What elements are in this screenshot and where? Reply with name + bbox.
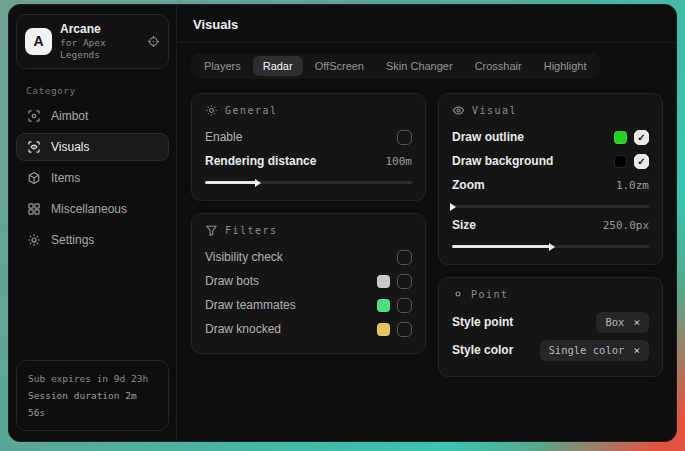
grid-icon — [27, 202, 41, 216]
visibility-check-checkbox[interactable] — [397, 250, 412, 265]
sun-icon — [205, 104, 218, 117]
style-color-chip[interactable]: Single color × — [540, 340, 649, 361]
draw-teammates-checkbox[interactable] — [397, 298, 412, 313]
setting-label: Zoom — [452, 178, 485, 192]
sidebar-item-settings[interactable]: Settings — [16, 226, 169, 254]
bots-color-swatch[interactable] — [377, 275, 390, 288]
setting-row-style-point: Style point Box × — [452, 309, 649, 335]
tab-crosshair[interactable]: Crosshair — [465, 56, 532, 76]
setting-row-zoom: Zoom 1.0zm — [452, 174, 649, 196]
main-header: Visuals — [177, 5, 676, 43]
brand-card: A Arcane for Apex Legends — [16, 14, 169, 69]
setting-row-draw-outline: Draw outline ✓ — [452, 126, 649, 148]
sidebar-item-visuals[interactable]: Visuals — [16, 133, 169, 161]
slider-thumb[interactable] — [255, 179, 261, 187]
dot-icon — [452, 288, 464, 300]
target-icon[interactable] — [147, 35, 160, 48]
setting-label: Draw background — [452, 154, 553, 168]
setting-row-enable: Enable — [205, 126, 412, 148]
setting-label: Style point — [452, 315, 513, 329]
tab-radar[interactable]: Radar — [253, 56, 303, 76]
gear-icon — [27, 233, 41, 247]
eye-icon — [452, 104, 465, 117]
sidebar-item-label: Items — [51, 171, 80, 185]
sidebar-item-miscellaneous[interactable]: Miscellaneous — [16, 195, 169, 223]
panel-title: General — [225, 105, 278, 116]
page-title: Visuals — [193, 17, 660, 32]
tab-bar: Players Radar OffScreen Skin Changer Cro… — [191, 53, 600, 79]
crosshair-icon — [27, 109, 41, 123]
draw-background-checkbox[interactable]: ✓ — [634, 154, 649, 169]
rendering-distance-slider[interactable] — [205, 181, 412, 184]
funnel-icon — [205, 224, 218, 237]
app-subtitle: for Apex Legends — [60, 37, 139, 61]
setting-row-visibility-check: Visibility check — [205, 246, 412, 268]
setting-label: Draw teammates — [205, 298, 296, 312]
setting-label: Draw outline — [452, 130, 524, 144]
background-color-swatch[interactable] — [614, 155, 627, 168]
size-value: 250.0px — [603, 219, 649, 232]
setting-label: Enable — [205, 130, 242, 144]
setting-row-draw-bots: Draw bots — [205, 270, 412, 292]
sidebar-item-label: Aimbot — [51, 109, 88, 123]
enable-checkbox[interactable] — [397, 130, 412, 145]
outline-color-swatch[interactable] — [614, 131, 627, 144]
panel-general: General Enable Rendering distance 100m — [191, 93, 426, 201]
chip-value: Box — [605, 316, 624, 328]
app-window: A Arcane for Apex Legends Category — [8, 4, 677, 442]
size-slider[interactable] — [452, 245, 649, 248]
setting-row-draw-teammates: Draw teammates — [205, 294, 412, 316]
chip-value: Single color — [549, 344, 625, 356]
setting-label: Visibility check — [205, 250, 283, 264]
draw-knocked-checkbox[interactable] — [397, 322, 412, 337]
main-area: Visuals Players Radar OffScreen Skin Cha… — [177, 5, 676, 441]
close-icon[interactable]: × — [633, 344, 640, 357]
draw-outline-checkbox[interactable]: ✓ — [634, 130, 649, 145]
sidebar-item-label: Settings — [51, 233, 94, 247]
sidebar-item-items[interactable]: Items — [16, 164, 169, 192]
category-label: Category — [26, 85, 169, 96]
teammates-color-swatch[interactable] — [377, 299, 390, 312]
panel-title: Point — [471, 289, 509, 300]
sidebar: A Arcane for Apex Legends Category — [9, 5, 177, 441]
zoom-slider[interactable] — [452, 205, 649, 208]
zoom-value: 1.0zm — [616, 179, 649, 192]
cube-icon — [27, 171, 41, 185]
sidebar-item-label: Visuals — [51, 140, 89, 154]
setting-row-style-color: Style color Single color × — [452, 337, 649, 363]
tab-highlight[interactable]: Highlight — [534, 56, 597, 76]
app-logo: A — [25, 28, 52, 55]
panel-filters: Filters Visibility check Draw bots — [191, 213, 426, 354]
sidebar-nav: Aimbot Visuals Items — [16, 102, 169, 254]
panel-visual: Visual Draw outline ✓ Draw background — [438, 93, 663, 265]
session-card: Sub expires in 9d 23h Session duration 2… — [16, 360, 169, 431]
setting-row-draw-background: Draw background ✓ — [452, 150, 649, 172]
setting-row-draw-knocked: Draw knocked — [205, 318, 412, 340]
tab-skin-changer[interactable]: Skin Changer — [376, 56, 463, 76]
slider-thumb[interactable] — [450, 203, 456, 211]
rendering-distance-value: 100m — [386, 155, 413, 168]
sidebar-item-aimbot[interactable]: Aimbot — [16, 102, 169, 130]
app-name: Arcane — [60, 22, 139, 37]
style-point-chip[interactable]: Box × — [596, 312, 649, 333]
knocked-color-swatch[interactable] — [377, 323, 390, 336]
panel-title: Filters — [225, 225, 278, 236]
setting-label: Size — [452, 218, 476, 232]
setting-label: Draw knocked — [205, 322, 281, 336]
session-duration-text: Session duration 2m 56s — [28, 387, 157, 421]
eye-scan-icon — [27, 140, 41, 154]
setting-label: Rendering distance — [205, 154, 316, 168]
setting-row-rendering-distance: Rendering distance 100m — [205, 150, 412, 172]
close-icon[interactable]: × — [633, 316, 640, 329]
panel-point: Point Style point Box × Style color Sing… — [438, 277, 663, 377]
sub-expiry-text: Sub expires in 9d 23h — [28, 370, 157, 387]
setting-label: Style color — [452, 343, 513, 357]
sidebar-item-label: Miscellaneous — [51, 202, 127, 216]
tab-players[interactable]: Players — [194, 56, 251, 76]
setting-label: Draw bots — [205, 274, 259, 288]
draw-bots-checkbox[interactable] — [397, 274, 412, 289]
tab-offscreen[interactable]: OffScreen — [305, 56, 374, 76]
setting-row-size: Size 250.0px — [452, 214, 649, 236]
slider-thumb[interactable] — [549, 243, 555, 251]
panel-title: Visual — [472, 105, 517, 116]
